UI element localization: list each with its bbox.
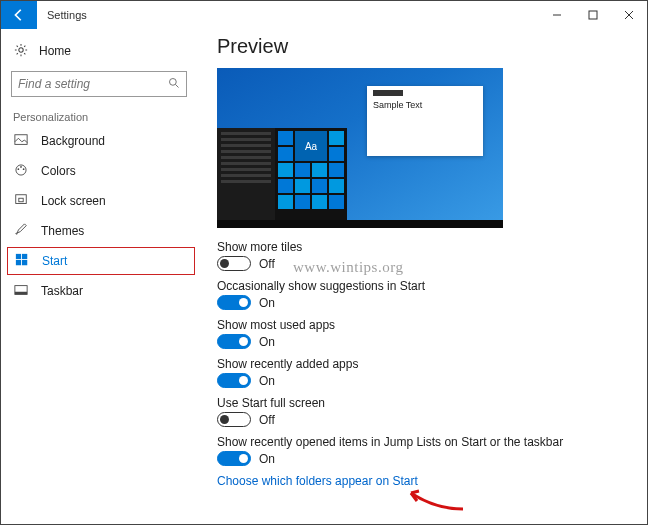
svg-rect-1 [589, 11, 597, 19]
setting-label: Use Start full screen [217, 396, 631, 410]
close-button[interactable] [611, 1, 647, 29]
svg-point-9 [23, 168, 25, 170]
toggle-full-screen[interactable] [217, 412, 251, 427]
setting-label: Occasionally show suggestions in Start [217, 279, 631, 293]
sidebar-item-background[interactable]: Background [1, 127, 201, 155]
preview-start-menu: Aa [217, 128, 347, 220]
toggle-state: On [259, 296, 275, 310]
sidebar-item-label: Start [42, 254, 67, 268]
sidebar-item-colors[interactable]: Colors [1, 157, 201, 185]
toggle-show-more-tiles[interactable] [217, 256, 251, 271]
svg-point-7 [18, 168, 20, 170]
sidebar: Home Personalization Background Colors L… [1, 29, 201, 524]
svg-rect-13 [22, 254, 27, 259]
svg-rect-11 [19, 198, 23, 202]
toggle-state: On [259, 335, 275, 349]
palette-icon [13, 163, 29, 179]
window-title: Settings [47, 9, 87, 21]
toggle-state: Off [259, 413, 275, 427]
setting-show-more-tiles: Show more tiles Off [217, 240, 631, 271]
toggle-recently-added[interactable] [217, 373, 251, 388]
setting-recently-added: Show recently added apps On [217, 357, 631, 388]
svg-rect-15 [22, 260, 27, 265]
toggle-state: On [259, 374, 275, 388]
setting-most-used: Show most used apps On [217, 318, 631, 349]
sidebar-item-start[interactable]: Start [7, 247, 195, 275]
sidebar-item-label: Themes [41, 224, 84, 238]
minimize-button[interactable] [539, 1, 575, 29]
toggle-suggestions[interactable] [217, 295, 251, 310]
start-preview: Sample Text Aa [217, 68, 503, 228]
gear-icon [13, 43, 29, 59]
toggle-state: Off [259, 257, 275, 271]
start-icon [14, 253, 30, 269]
link-choose-folders[interactable]: Choose which folders appear on Start [217, 474, 631, 488]
svg-point-8 [20, 166, 22, 168]
svg-line-4 [176, 84, 179, 87]
search-field[interactable] [18, 77, 168, 91]
svg-rect-14 [16, 260, 21, 265]
search-icon [168, 77, 180, 92]
setting-label: Show most used apps [217, 318, 631, 332]
lock-screen-icon [13, 193, 29, 209]
toggle-jump-lists[interactable] [217, 451, 251, 466]
sidebar-home[interactable]: Home [1, 37, 201, 65]
setting-label: Show more tiles [217, 240, 631, 254]
content-pane: Preview Sample Text Aa S [201, 29, 647, 524]
sidebar-item-label: Colors [41, 164, 76, 178]
setting-label: Show recently added apps [217, 357, 631, 371]
preview-window: Sample Text [367, 86, 483, 156]
sidebar-home-label: Home [39, 44, 71, 58]
title-bar: Settings [1, 1, 647, 29]
sidebar-item-label: Lock screen [41, 194, 106, 208]
taskbar-icon [13, 283, 29, 299]
sidebar-section-label: Personalization [1, 105, 201, 127]
setting-suggestions: Occasionally show suggestions in Start O… [217, 279, 631, 310]
setting-label: Show recently opened items in Jump Lists… [217, 435, 631, 449]
brush-icon [13, 223, 29, 239]
back-button[interactable] [1, 1, 37, 29]
svg-point-2 [19, 48, 23, 52]
page-title: Preview [217, 35, 631, 58]
svg-point-3 [170, 78, 177, 85]
sidebar-item-lock-screen[interactable]: Lock screen [1, 187, 201, 215]
maximize-button[interactable] [575, 1, 611, 29]
toggle-most-used[interactable] [217, 334, 251, 349]
sidebar-item-themes[interactable]: Themes [1, 217, 201, 245]
svg-rect-12 [16, 254, 21, 259]
preview-sample-text: Sample Text [373, 100, 477, 110]
image-icon [13, 133, 29, 149]
svg-rect-17 [15, 292, 27, 295]
setting-full-screen: Use Start full screen Off [217, 396, 631, 427]
setting-jump-lists: Show recently opened items in Jump Lists… [217, 435, 631, 466]
sidebar-item-label: Background [41, 134, 105, 148]
sidebar-item-label: Taskbar [41, 284, 83, 298]
search-input[interactable] [11, 71, 187, 97]
sidebar-item-taskbar[interactable]: Taskbar [1, 277, 201, 305]
toggle-state: On [259, 452, 275, 466]
